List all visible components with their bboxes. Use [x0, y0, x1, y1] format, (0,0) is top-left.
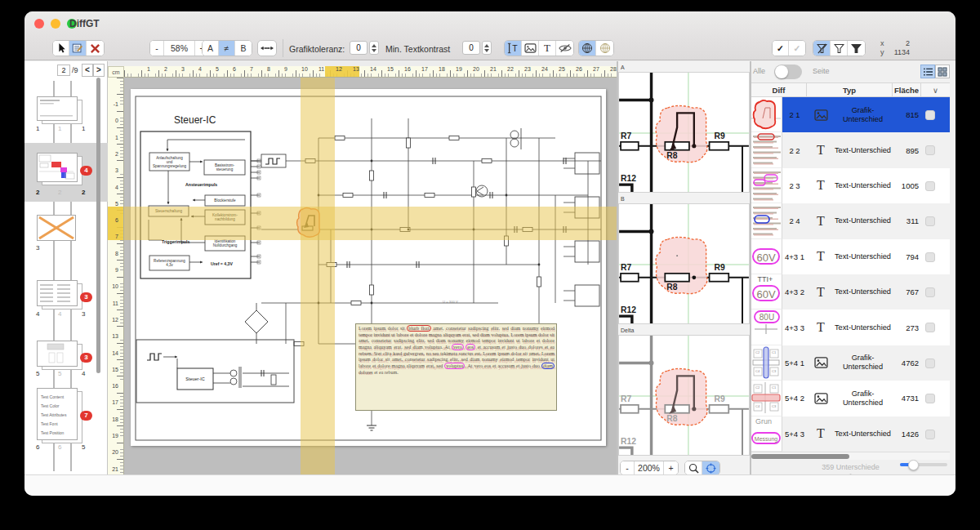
accept-diff-button[interactable]: ✓ — [773, 41, 789, 56]
diff-checkbox[interactable] — [925, 110, 935, 120]
accept-all-button[interactable]: ✓ — [789, 41, 805, 56]
grafiktoleranz-label: Grafiktoleranz: — [289, 44, 345, 54]
grid-view-button[interactable] — [935, 65, 950, 78]
page-sidebar: 1114222334433554Test ContentTest ColorTe… — [24, 61, 108, 475]
sidebar-scrollbar[interactable] — [96, 78, 100, 373]
diff-row[interactable]: 2 4TText-Unterschied311 — [751, 203, 950, 238]
red-x-icon — [90, 43, 100, 54]
svg-text:C1: C1 — [772, 385, 777, 390]
page-number-label: 1 — [58, 125, 61, 132]
view-a[interactable]: R7R8R9R12 — [618, 72, 750, 193]
diff-thumbnail[interactable] — [751, 132, 782, 167]
diff-thumbnail[interactable] — [751, 97, 782, 132]
diff-thumbnail[interactable] — [751, 168, 782, 203]
diff-checkbox[interactable] — [925, 394, 935, 403]
textkontrast-stepper[interactable] — [482, 41, 492, 55]
show-a-button[interactable]: A — [203, 41, 219, 56]
delete-tool-button[interactable] — [87, 41, 104, 56]
diff-row[interactable]: 80U4+3 3TText-Unterschied273 — [751, 310, 950, 345]
document-canvas[interactable]: Steuer-ICAnlaufschaltungundSpannungsrege… — [124, 78, 617, 475]
close-window-button[interactable] — [34, 19, 44, 29]
view-b[interactable]: R7R8R9R12 — [618, 203, 750, 324]
filter-outline-button[interactable] — [831, 41, 848, 56]
diff-thumbnail[interactable]: C2C1C4C3 — [751, 381, 782, 416]
diff-hscrollbar[interactable] — [751, 452, 950, 460]
diff-thumbnail[interactable]: TTI+60V — [751, 274, 782, 310]
diff-row[interactable]: 2 1Grafik-Unterschied815 — [751, 97, 950, 132]
filter-hidden-diffs-button[interactable] — [556, 41, 573, 56]
diff-checkbox[interactable] — [925, 359, 935, 368]
lorem-main-layer: Lorem ipsum dolor sit blurb flori amet, … — [359, 326, 555, 376]
show-b-button[interactable]: B — [235, 41, 252, 56]
view-delta[interactable]: R7R8R9R12 — [618, 335, 750, 456]
diff-checkbox[interactable] — [925, 216, 935, 226]
grafiktoleranz-stepper[interactable] — [369, 41, 379, 55]
svg-text:TTI+: TTI+ — [758, 275, 773, 283]
diff-row[interactable]: TTI+60V4+3 2TText-Unterschied767 — [751, 274, 950, 310]
diff-thumbnail[interactable]: GrunMessung — [751, 416, 782, 452]
h-ruler-number: 18 — [439, 66, 445, 72]
diff-checkbox[interactable] — [925, 287, 935, 297]
align-pages-button[interactable] — [257, 40, 277, 56]
filter-off-button[interactable] — [813, 41, 831, 56]
diff-type-label: Text-Unterschied — [833, 132, 893, 167]
diff-thumbnail[interactable]: C2C1C4C3 — [751, 345, 782, 381]
diff-row[interactable]: GrunMessung5+4 3TText-Unterschied1426 — [751, 416, 950, 452]
diff-checkbox[interactable] — [925, 323, 935, 332]
diff-checkbox[interactable] — [925, 252, 935, 262]
diff-row[interactable]: C2C1C4C35+4 2Grafik-Unterschied4731 — [751, 381, 950, 416]
column-header-flaeche[interactable]: Fläche — [893, 83, 921, 98]
toggle-knob — [775, 65, 788, 78]
column-header-typ[interactable]: Typ — [807, 83, 893, 98]
compare-zoom-out-button[interactable]: - — [621, 461, 635, 474]
lorem-text-block[interactable]: Lorem ipsum dolor sit blurb flori amet, … — [355, 323, 557, 411]
filter-graphic-diffs-button[interactable] — [522, 41, 539, 56]
diff-row[interactable]: C2C1C4C35+4 1Grafik-Unterschied4762 — [751, 345, 950, 381]
grafiktoleranz-input[interactable] — [350, 41, 368, 55]
diff-row[interactable]: 2 3TText-Unterschied1005 — [751, 168, 950, 203]
list-view-button[interactable] — [920, 65, 935, 78]
filter-text-diffs-button[interactable]: T — [539, 41, 556, 56]
center-crosshair-button[interactable] — [702, 461, 719, 474]
sort-dropdown[interactable]: ∨ — [921, 83, 950, 98]
selected-diff-highlight[interactable] — [296, 206, 322, 238]
minimize-window-button[interactable] — [51, 19, 60, 29]
diff-row[interactable]: 60V4+3 1TText-Unterschied794 — [751, 239, 950, 274]
filter-slash-icon — [817, 43, 827, 54]
prev-page-button[interactable]: < — [82, 64, 93, 77]
annotate-tool-button[interactable] — [69, 41, 87, 56]
scope-toggle[interactable] — [774, 65, 802, 79]
overlay-view-button[interactable] — [579, 41, 596, 56]
page-thumbnail[interactable] — [37, 280, 78, 306]
select-tool-button[interactable] — [53, 41, 69, 56]
diff-thumbnail[interactable]: 80U — [751, 310, 782, 345]
zoom-to-diff-button[interactable] — [685, 461, 702, 474]
filter-active-button[interactable] — [848, 41, 865, 56]
page-thumbnail[interactable] — [37, 96, 78, 121]
diff-checkbox[interactable] — [925, 145, 935, 155]
filter-all-types-button[interactable]: T — [505, 41, 522, 56]
diff-row[interactable]: 2 2TText-Unterschied895 — [751, 132, 950, 167]
v-ruler-number: 12 — [109, 317, 118, 323]
page-thumbnail[interactable]: Test ContentTest ColorTest AttributesTes… — [37, 388, 78, 440]
diff-hscrollbar-thumb[interactable] — [751, 454, 849, 459]
diff-checkbox[interactable] — [925, 430, 935, 439]
textkontrast-input[interactable] — [462, 41, 480, 55]
split-view-button[interactable] — [596, 41, 613, 56]
svg-text:Test Content: Test Content — [41, 394, 65, 399]
show-diff-button[interactable]: ≠ — [219, 41, 235, 56]
diff-checkbox[interactable] — [925, 181, 935, 191]
page-thumbnail[interactable] — [37, 341, 78, 367]
page-thumbnail-deleted[interactable] — [37, 215, 76, 241]
svg-text:T: T — [512, 43, 518, 53]
column-header-diff[interactable]: Diff — [751, 83, 807, 98]
compare-zoom-in-button[interactable]: + — [664, 461, 678, 474]
next-page-button[interactable]: > — [93, 64, 105, 77]
page-thumbnail[interactable] — [37, 153, 78, 182]
diff-thumbnail[interactable] — [751, 203, 782, 238]
diff-thumbnail[interactable]: 60V — [751, 239, 782, 274]
zoom-out-button[interactable]: - — [150, 41, 164, 56]
schematic-page[interactable]: Steuer-ICAnlaufschaltungundSpannungsrege… — [131, 89, 606, 446]
current-page-input[interactable]: 2 — [57, 65, 70, 76]
page-number-label: 6 — [58, 443, 61, 451]
